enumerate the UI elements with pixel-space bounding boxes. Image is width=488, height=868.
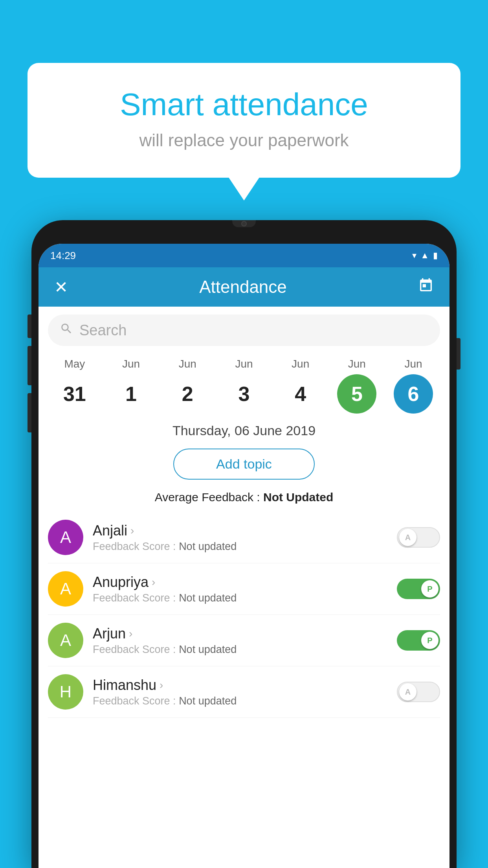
chevron-icon: › xyxy=(130,524,134,537)
student-feedback-3: Feedback Score : Not updated xyxy=(93,695,387,707)
attendance-toggle-2[interactable]: P xyxy=(397,630,440,651)
cal-month-label: Jun xyxy=(348,358,366,370)
search-bar[interactable]: Search xyxy=(48,314,440,346)
header-title: Attendance xyxy=(199,277,287,297)
phone-camera xyxy=(232,220,256,227)
avatar-1: A xyxy=(48,571,83,607)
avatar-3: H xyxy=(48,674,83,710)
student-feedback-0: Feedback Score : Not updated xyxy=(93,541,387,553)
cal-day-0[interactable]: May31 xyxy=(51,358,98,414)
signal-icon: ▲ xyxy=(420,250,429,261)
student-name-2: Arjun › xyxy=(93,625,387,642)
student-info-0: Anjali ›Feedback Score : Not updated xyxy=(93,522,387,553)
attendance-toggle-0[interactable]: A xyxy=(397,527,440,548)
student-item-2[interactable]: AArjun ›Feedback Score : Not updatedP xyxy=(48,615,440,666)
calendar-row: May31Jun1Jun2Jun3Jun4Jun5Jun6 xyxy=(39,350,449,414)
feedback-value: Not updated xyxy=(179,644,237,655)
cal-date-number: 31 xyxy=(55,374,94,414)
cal-date-number: 6 xyxy=(394,374,433,414)
bubble-subtitle: will replace your paperwork xyxy=(59,131,429,150)
student-list: AAnjali ›Feedback Score : Not updatedAAA… xyxy=(39,512,449,718)
cal-date-number: 5 xyxy=(337,374,376,414)
student-item-3[interactable]: HHimanshu ›Feedback Score : Not updatedA xyxy=(48,666,440,718)
avatar-0: A xyxy=(48,520,83,555)
student-info-3: Himanshu ›Feedback Score : Not updated xyxy=(93,677,387,707)
speech-bubble-container: Smart attendance will replace your paper… xyxy=(28,63,460,178)
cal-month-label: Jun xyxy=(292,358,309,370)
cal-day-6[interactable]: Jun6 xyxy=(390,358,437,414)
cal-month-label: May xyxy=(64,358,85,370)
attendance-toggle-3[interactable]: A xyxy=(397,682,440,702)
cal-month-label: Jun xyxy=(404,358,422,370)
avatar-2: A xyxy=(48,623,83,658)
student-item-0[interactable]: AAnjali ›Feedback Score : Not updatedA xyxy=(48,512,440,563)
cal-month-label: Jun xyxy=(179,358,196,370)
phone-screen: 14:29 ▾ ▲ ▮ ✕ Attendance S xyxy=(39,244,449,868)
toggle-knob-2: P xyxy=(421,632,438,649)
cal-day-4[interactable]: Jun4 xyxy=(277,358,324,414)
phone-frame: 14:29 ▾ ▲ ▮ ✕ Attendance S xyxy=(31,220,457,868)
add-topic-container: Add topic xyxy=(39,449,449,480)
cal-day-3[interactable]: Jun3 xyxy=(220,358,268,414)
cal-date-number: 4 xyxy=(281,374,320,414)
student-name-3: Himanshu › xyxy=(93,677,387,693)
avg-feedback-label: Average Feedback : xyxy=(155,491,263,504)
cal-date-number: 1 xyxy=(112,374,151,414)
status-bar: 14:29 ▾ ▲ ▮ xyxy=(39,244,449,267)
toggle-knob-0: A xyxy=(399,529,416,546)
battery-icon: ▮ xyxy=(433,250,438,261)
camera-dot xyxy=(241,221,247,226)
search-placeholder: Search xyxy=(79,322,428,339)
silent-button xyxy=(28,393,31,432)
power-button xyxy=(457,338,460,370)
toggle-container-3[interactable]: A xyxy=(397,682,440,702)
chevron-icon: › xyxy=(152,576,155,588)
feedback-value: Not updated xyxy=(179,541,237,552)
selected-date: Thursday, 06 June 2019 xyxy=(39,414,449,442)
search-icon xyxy=(60,322,73,338)
volume-up-button xyxy=(28,314,31,338)
cal-month-label: Jun xyxy=(122,358,140,370)
feedback-value: Not updated xyxy=(179,695,237,707)
student-feedback-1: Feedback Score : Not updated xyxy=(93,592,387,604)
avg-feedback-value: Not Updated xyxy=(263,491,333,504)
bubble-title: Smart attendance xyxy=(59,86,429,123)
attendance-toggle-1[interactable]: P xyxy=(397,579,440,599)
cal-day-5[interactable]: Jun5 xyxy=(333,358,380,414)
toggle-knob-1: P xyxy=(421,580,438,598)
calendar-icon[interactable] xyxy=(418,278,434,297)
cal-day-2[interactable]: Jun2 xyxy=(164,358,211,414)
chevron-icon: › xyxy=(129,627,132,640)
close-button[interactable]: ✕ xyxy=(54,278,68,297)
toggle-knob-3: A xyxy=(399,683,416,701)
student-feedback-2: Feedback Score : Not updated xyxy=(93,644,387,656)
phone-notch xyxy=(224,220,264,233)
student-info-1: Anupriya ›Feedback Score : Not updated xyxy=(93,574,387,604)
cal-month-label: Jun xyxy=(235,358,253,370)
student-name-1: Anupriya › xyxy=(93,574,387,590)
chevron-icon: › xyxy=(160,679,163,691)
speech-bubble: Smart attendance will replace your paper… xyxy=(28,63,460,178)
cal-date-number: 3 xyxy=(224,374,264,414)
avg-feedback: Average Feedback : Not Updated xyxy=(39,486,449,512)
wifi-icon: ▾ xyxy=(412,250,416,261)
student-info-2: Arjun ›Feedback Score : Not updated xyxy=(93,625,387,656)
volume-down-button xyxy=(28,346,31,385)
toggle-container-1[interactable]: P xyxy=(397,579,440,599)
cal-day-1[interactable]: Jun1 xyxy=(108,358,155,414)
student-name-0: Anjali › xyxy=(93,522,387,539)
feedback-value: Not updated xyxy=(179,592,237,604)
app-header: ✕ Attendance xyxy=(39,267,449,307)
status-icons: ▾ ▲ ▮ xyxy=(412,250,438,261)
add-topic-button[interactable]: Add topic xyxy=(173,449,315,480)
speech-bubble-arrow xyxy=(228,177,260,200)
student-item-1[interactable]: AAnupriya ›Feedback Score : Not updatedP xyxy=(48,563,440,615)
cal-date-number: 2 xyxy=(168,374,207,414)
toggle-container-2[interactable]: P xyxy=(397,630,440,651)
toggle-container-0[interactable]: A xyxy=(397,527,440,548)
status-time: 14:29 xyxy=(50,250,76,262)
